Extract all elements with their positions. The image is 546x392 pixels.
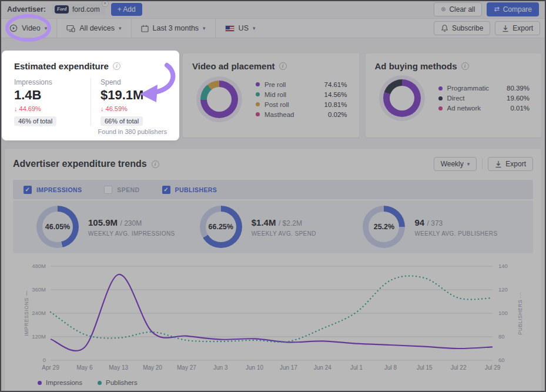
legend-value: 0.02% <box>328 111 347 118</box>
gauge-value: $1.4M <box>252 217 276 227</box>
card-title: Estimated expenditure <box>14 61 109 71</box>
subscribe-button[interactable]: Subscribe <box>434 21 490 35</box>
us-flag-icon <box>225 25 235 32</box>
info-icon[interactable]: i <box>113 62 120 70</box>
clear-all-button[interactable]: ⊗ Clear all <box>434 2 482 16</box>
svg-text:Jun 10: Jun 10 <box>246 364 263 371</box>
spend-gauge: 66.25% $1.4M $2.2M WEEKLY AVG. SPEND <box>200 206 347 248</box>
legend-dot <box>256 82 260 86</box>
svg-text:Jun 17: Jun 17 <box>280 364 297 371</box>
svg-text:May 13: May 13 <box>109 364 128 371</box>
remove-advertiser-icon[interactable]: ✕ <box>102 0 109 7</box>
legend-dot <box>256 102 260 106</box>
legend-label: Ad network <box>447 105 481 112</box>
svg-text:Jul 22: Jul 22 <box>451 364 467 371</box>
legend-label: Pre roll <box>264 81 286 88</box>
bell-icon <box>441 24 448 32</box>
compare-icon: ⇄ <box>494 5 499 13</box>
legend-label: Impressions <box>46 379 82 386</box>
series-toggle-impressions[interactable]: ✓ IMPRESSIONS <box>24 186 82 194</box>
trends-export-button[interactable]: Export <box>488 157 533 171</box>
advertiser-domain: ford.com <box>72 5 100 14</box>
publishers-gauge: 25.2% 94 373 WEEKLY AVG. PUBLISHERS <box>363 206 510 248</box>
devices-dropdown[interactable]: All devices ▾ <box>57 19 131 38</box>
weekly-average-gauges: 46.05% 105.9M 230M WEEKLY AVG. IMPRESSIO… <box>13 200 533 253</box>
legend-dot <box>38 381 42 385</box>
legend-label: Masthead <box>264 111 294 118</box>
trend-chart-legend: Impressions Publishers <box>38 379 533 386</box>
checkbox-icon[interactable]: ✓ <box>24 186 32 194</box>
advertiser-tag[interactable]: Ford ford.com ✕ <box>52 4 105 15</box>
trend-line-chart: 480M360M240M120M01401201008060Apr 29May … <box>13 259 533 377</box>
info-icon[interactable]: i <box>152 160 159 168</box>
legend-value: 10.81% <box>324 101 347 108</box>
legend-dot <box>256 92 260 96</box>
date-range-dropdown[interactable]: Last 3 months ▾ <box>132 19 216 38</box>
svg-text:Jul 15: Jul 15 <box>417 364 433 371</box>
card-title: Video ad placement <box>192 61 275 71</box>
trend-chart-svg: 480M360M240M120M01401201008060Apr 29May … <box>13 259 533 374</box>
svg-text:Jun 3: Jun 3 <box>213 364 228 371</box>
ad-buying-methods-donut <box>383 79 421 117</box>
svg-text:240M: 240M <box>32 310 46 316</box>
svg-text:360M: 360M <box>32 286 46 293</box>
impressions-value: 1.4B <box>14 88 91 103</box>
country-dropdown[interactable]: US ▾ <box>216 19 265 38</box>
impressions-share-badge: 46% of total <box>14 116 56 126</box>
advertiser-expenditure-trends-card: Advertiser expenditure trends i Weekly ▾… <box>5 149 541 392</box>
compare-button[interactable]: ⇄ Compare <box>487 2 539 16</box>
impressions-delta: ↓ 44.69% <box>14 105 91 112</box>
svg-text:0: 0 <box>43 357 46 363</box>
svg-text:Jun 24: Jun 24 <box>314 364 331 371</box>
chevron-down-icon: ▾ <box>467 161 470 167</box>
devices-icon <box>66 25 75 32</box>
card-title: Ad buying methods <box>375 61 457 71</box>
gauge-caption: WEEKLY AVG. IMPRESSIONS <box>88 230 175 237</box>
advertiser-label: Advertiser: <box>7 5 46 14</box>
video-ad-placement-card: Video ad placement i Pre roll 74.61% Mid… <box>183 53 359 138</box>
series-toggle-spend[interactable]: SPEND <box>104 186 139 194</box>
svg-text:Jul 29: Jul 29 <box>485 364 501 371</box>
spend-value: $19.1M <box>101 88 167 103</box>
toggle-label: PUBLISHERS <box>175 186 217 193</box>
chevron-down-icon: ▾ <box>253 25 256 31</box>
add-advertiser-button[interactable]: + Add <box>111 3 142 16</box>
legend-value: 80.39% <box>507 85 530 92</box>
impressions-label: Impressions <box>14 78 91 86</box>
spend-label: Spend <box>101 78 167 86</box>
trend-legend-item: Publishers <box>98 379 138 386</box>
checkbox-icon[interactable] <box>104 186 112 194</box>
gauge-value: 105.9M <box>88 217 118 227</box>
trends-title: Advertiser expenditure trends <box>13 159 147 169</box>
filter-bar: Video ▾ All devices ▾ Last 3 months ▾ US… <box>0 18 546 38</box>
gauge-percent: 46.05% <box>36 206 79 248</box>
legend-item: Programmatic 80.39% <box>438 83 530 93</box>
legend-value: 0.01% <box>510 105 530 112</box>
gauge-caption: WEEKLY AVG. SPEND <box>252 230 316 237</box>
svg-text:120: 120 <box>498 286 508 293</box>
svg-text:PUBLISHERS ···: PUBLISHERS ··· <box>517 292 523 334</box>
legend-item: Masthead 0.02% <box>256 109 347 119</box>
impressions-gauge: 46.05% 105.9M 230M WEEKLY AVG. IMPRESSIO… <box>36 206 183 248</box>
series-toggle-publishers[interactable]: ✓ PUBLISHERS <box>162 186 217 194</box>
legend-item: Pre roll 74.61% <box>256 79 347 89</box>
legend-item: Mid roll 14.56% <box>256 89 347 99</box>
svg-text:Jul 8: Jul 8 <box>384 364 397 371</box>
export-button[interactable]: Export <box>495 21 540 35</box>
calendar-icon <box>141 25 149 32</box>
legend-item: Post roll 10.81% <box>256 99 347 109</box>
checkbox-icon[interactable]: ✓ <box>162 186 170 194</box>
info-icon[interactable]: i <box>279 62 287 70</box>
info-icon[interactable]: i <box>461 62 469 70</box>
legend-dot <box>98 381 102 385</box>
legend-item: Ad network 0.01% <box>438 103 530 113</box>
legend-item: Direct 19.60% <box>438 93 530 103</box>
gauge-value: 94 <box>414 217 424 227</box>
period-dropdown[interactable]: Weekly ▾ <box>434 157 477 171</box>
series-toggle-band: ✓ IMPRESSIONS SPEND✓ PUBLISHERS <box>13 180 533 199</box>
legend-dot <box>438 86 443 91</box>
chevron-down-icon: ▾ <box>203 25 206 31</box>
media-type-dropdown[interactable]: Video ▾ <box>0 19 57 38</box>
svg-text:May 27: May 27 <box>177 364 196 371</box>
chevron-down-icon: ▾ <box>45 25 48 31</box>
